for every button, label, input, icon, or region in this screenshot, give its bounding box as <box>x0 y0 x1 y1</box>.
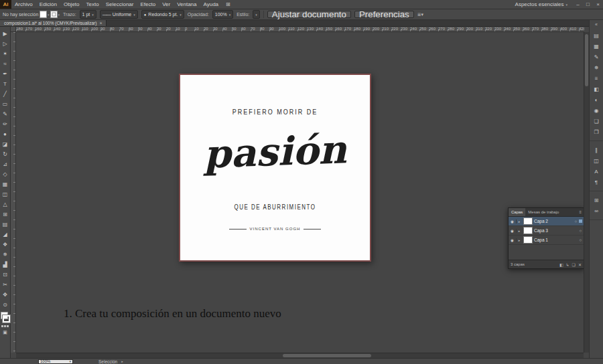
zoom-level-select[interactable]: 100% ▾ <box>38 359 73 364</box>
symbols-panel-icon[interactable]: ✵ <box>590 62 603 73</box>
brushes-panel-icon[interactable]: ✎ <box>590 52 603 62</box>
status-menu-arrow-icon[interactable]: ▸ <box>121 359 123 363</box>
artboards-panel-icon[interactable]: ⊞ <box>590 195 603 205</box>
tab-capas[interactable]: Capas <box>509 208 525 216</box>
width-tool[interactable]: ◇ <box>0 169 11 179</box>
shape-builder-tool[interactable]: ◫ <box>0 189 11 199</box>
slice-tool[interactable]: ✂ <box>0 280 11 290</box>
column-graph-tool[interactable]: ▟ <box>0 260 11 270</box>
layer-row-capa-3[interactable]: ◉▸Capa 3○ <box>509 226 584 236</box>
free-transform-tool[interactable]: ▦ <box>0 179 11 189</box>
appearance-panel-icon[interactable]: ◉ <box>590 105 603 116</box>
expand-triangle-icon[interactable]: ▸ <box>517 219 522 223</box>
pathfinder-panel-icon[interactable]: ◫ <box>590 155 603 166</box>
transparency-panel-icon[interactable]: ◐ <box>590 94 603 105</box>
perspective-grid-tool[interactable]: △ <box>0 199 11 209</box>
menu-seleccionar[interactable]: Seleccionar <box>103 0 137 9</box>
mesh-tool[interactable]: ⊞ <box>0 209 11 219</box>
close-tab-icon[interactable]: × <box>99 21 102 25</box>
menu-archivo[interactable]: Archivo <box>11 0 36 9</box>
blob-brush-tool[interactable]: ● <box>0 129 11 139</box>
target-circle-icon[interactable]: ○ <box>579 238 582 242</box>
style-select[interactable]: ▾ <box>253 10 260 19</box>
zoom-tool[interactable]: ⊙ <box>0 300 11 310</box>
paintbrush-tool[interactable]: ✎ <box>0 109 11 119</box>
layer-row-capa-2[interactable]: ◉▸Capa 2○ <box>509 217 584 226</box>
character-panel-icon[interactable]: A <box>590 166 603 177</box>
width-profile-select[interactable]: —— Uniforme ▾ <box>100 10 138 19</box>
quote-line-3[interactable]: QUE DE ABURRIMIENTO <box>180 203 370 211</box>
rotate-tool[interactable]: ↻ <box>0 149 11 159</box>
menu-ayuda[interactable]: Ayuda <box>200 0 222 9</box>
line-segment-tool[interactable]: ╱ <box>0 89 11 99</box>
hand-tool[interactable]: ✥ <box>0 290 11 300</box>
chevron-down-icon[interactable]: ▾ <box>48 13 50 17</box>
close-button[interactable]: × <box>593 0 603 9</box>
visibility-eye-icon[interactable]: ◉ <box>509 219 517 223</box>
type-tool[interactable]: T <box>0 79 11 89</box>
pencil-tool[interactable]: ✏ <box>0 119 11 129</box>
blend-tool[interactable]: ❖ <box>0 240 11 250</box>
paragraph-panel-icon[interactable]: ¶ <box>590 177 603 187</box>
fill-stroke-widget[interactable] <box>1 312 10 323</box>
layers-panel-icon[interactable]: ❐ <box>590 126 603 137</box>
app-logo[interactable]: Ai <box>0 0 11 9</box>
opacity-label[interactable]: Opacidad: <box>188 12 209 17</box>
opacity-select[interactable]: 100% ▾ <box>212 10 233 19</box>
horizontal-scrollbar[interactable] <box>16 353 584 358</box>
layer-thumbnail[interactable] <box>523 227 533 234</box>
stroke-width-select[interactable]: 1 pt ▾ <box>80 10 96 19</box>
layer-row-capa-1[interactable]: ◉▸Capa 1○ <box>509 236 584 245</box>
eraser-tool[interactable]: ◪ <box>0 139 11 149</box>
align-panel-icon[interactable]: ∥ <box>590 145 603 155</box>
canvas[interactable]: PREFIERO MORIR DE pasión QUE DE ABURRIMI… <box>16 32 584 353</box>
vertical-scrollbar-thumb[interactable] <box>585 34 588 86</box>
menu-edicion[interactable]: Edición <box>36 0 60 9</box>
arrange-documents-icon[interactable]: ⊞ <box>226 1 230 7</box>
expand-panels-icon[interactable]: « <box>595 22 598 30</box>
symbol-sprayer-tool[interactable]: ✵ <box>0 250 11 260</box>
menu-texto[interactable]: Texto <box>83 0 103 9</box>
delete-layer-icon[interactable]: ✕ <box>578 262 582 267</box>
expand-triangle-icon[interactable]: ▸ <box>517 238 522 242</box>
menu-ventana[interactable]: Ventana <box>174 0 200 9</box>
artboard-tool[interactable]: ⊡ <box>0 270 11 280</box>
restore-button[interactable]: □ <box>583 0 593 9</box>
color-mode-buttons[interactable] <box>1 325 9 327</box>
menu-efecto[interactable]: Efecto <box>137 0 159 9</box>
layer-thumbnail[interactable] <box>523 217 533 225</box>
swatches-panel-icon[interactable]: ▦ <box>590 41 603 52</box>
fill-color-swatch[interactable] <box>40 11 47 18</box>
new-sublayer-icon[interactable]: ↳ <box>566 262 570 267</box>
color-panel-icon[interactable]: ▤ <box>590 30 603 41</box>
lasso-tool[interactable]: ≈ <box>0 59 11 69</box>
artboard[interactable]: PREFIERO MORIR DE pasión QUE DE ABURRIMI… <box>179 74 371 262</box>
stroke-panel-icon[interactable]: ≡ <box>590 73 603 84</box>
workspace-switcher[interactable]: Aspectos esenciales ▾ <box>510 1 573 7</box>
magic-wand-tool[interactable]: ✶ <box>0 49 11 59</box>
scale-tool[interactable]: ⊿ <box>0 159 11 169</box>
new-layer-icon[interactable]: ❏ <box>572 262 576 267</box>
selection-tool[interactable]: ▶ <box>0 29 11 39</box>
panel-menu-icon[interactable]: ≡ <box>577 208 584 216</box>
gradient-tool[interactable]: ▤ <box>0 219 11 230</box>
fit-document-button[interactable]: Ajustar documento <box>267 11 351 18</box>
layer-thumbnail[interactable] <box>523 236 533 244</box>
stroke-swatch-icon[interactable] <box>3 315 10 323</box>
direct-selection-tool[interactable]: ▷ <box>0 39 11 49</box>
document-tab[interactable]: composicion1.ai* al 100% (CMYK/Previsual… <box>0 20 107 26</box>
visibility-eye-icon[interactable]: ◉ <box>509 229 517 233</box>
brush-select[interactable]: ● Redondo 5 pt. ▾ <box>141 10 184 19</box>
visibility-eye-icon[interactable]: ◉ <box>509 238 517 242</box>
screen-mode-icon[interactable]: ▣ <box>3 330 7 335</box>
vertical-scrollbar[interactable] <box>584 32 589 353</box>
chevron-down-icon[interactable]: ▾ <box>58 13 60 17</box>
menu-ver[interactable]: Ver <box>159 0 174 9</box>
expand-triangle-icon[interactable]: ▸ <box>517 229 522 233</box>
target-circle-icon[interactable]: ○ <box>574 219 577 223</box>
status-indicator[interactable]: Selección <box>98 359 117 364</box>
quote-line-1[interactable]: PREFIERO MORIR DE <box>180 108 370 116</box>
attribution[interactable]: VINCENT VAN GOGH <box>180 227 370 231</box>
eyedropper-tool[interactable]: ◢ <box>0 230 11 240</box>
gradient-panel-icon[interactable]: ◧ <box>590 84 603 94</box>
